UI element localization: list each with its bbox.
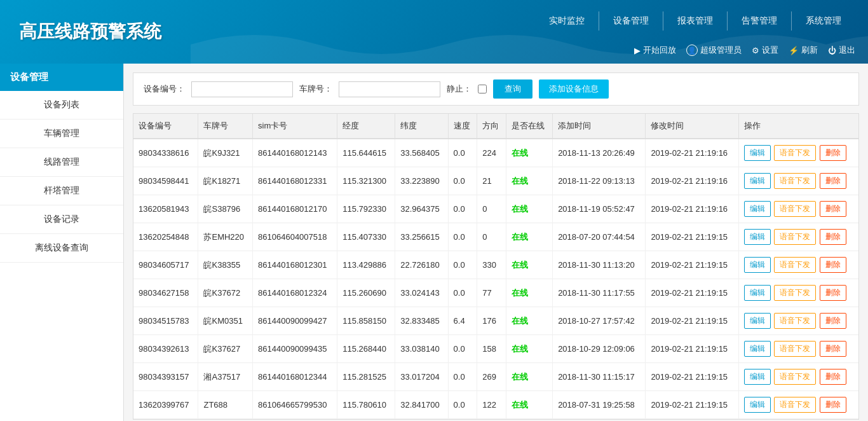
- cell-add-time: 2018-11-30 11:13:20: [553, 251, 646, 279]
- cell-device-no: 98034515783: [133, 307, 198, 335]
- col-lng: 经度: [337, 114, 395, 139]
- delete-button[interactable]: 删除: [820, 145, 846, 161]
- cell-device-no: 98034627158: [133, 279, 198, 307]
- edit-button[interactable]: 编辑: [744, 201, 771, 217]
- silent-checkbox[interactable]: [478, 85, 487, 93]
- cell-lng: 115.858150: [337, 307, 395, 335]
- cell-online: 在线: [506, 139, 552, 167]
- edit-button[interactable]: 编辑: [744, 341, 771, 357]
- table-row: 13620581943 皖S38796 861440168012170 115.…: [133, 195, 858, 223]
- nav-report-management[interactable]: 报表管理: [663, 11, 728, 31]
- cell-device-no: 13620581943: [133, 195, 198, 223]
- edit-button[interactable]: 编辑: [744, 229, 771, 245]
- cell-direction: 0: [477, 195, 506, 223]
- sidebar-header: 设备管理: [0, 64, 123, 91]
- cell-add-time: 2018-10-29 12:09:06: [553, 335, 646, 363]
- edit-button[interactable]: 编辑: [744, 173, 771, 189]
- edit-button[interactable]: 编辑: [744, 313, 771, 329]
- sidebar-item-tower-management[interactable]: 杆塔管理: [0, 177, 123, 205]
- sidebar-item-device-record[interactable]: 设备记录: [0, 205, 123, 234]
- delete-button[interactable]: 删除: [820, 369, 846, 385]
- col-device-no: 设备编号: [133, 114, 198, 139]
- cell-mod-time: 2019-02-21 21:19:15: [646, 307, 738, 335]
- col-sim: sim卡号: [253, 114, 337, 139]
- cell-device-no: 98034605717: [133, 251, 198, 279]
- cell-actions: 编辑 语音下发 删除: [738, 167, 858, 195]
- toolbar-logout[interactable]: ⏻ 退出: [828, 45, 855, 56]
- voice-button[interactable]: 语音下发: [774, 397, 816, 413]
- nav-system-management[interactable]: 系统管理: [792, 11, 855, 31]
- cell-speed: 6.4: [448, 307, 477, 335]
- cell-lat: 32.964375: [395, 195, 448, 223]
- voice-button[interactable]: 语音下发: [774, 201, 816, 217]
- table-row: 98034515783 皖KM0351 861440090099427 115.…: [133, 307, 858, 335]
- delete-button[interactable]: 删除: [820, 173, 846, 189]
- voice-button[interactable]: 语音下发: [774, 229, 816, 245]
- toolbar-playback[interactable]: ▶ 开始回放: [634, 45, 676, 56]
- query-button[interactable]: 查询: [493, 79, 532, 99]
- toolbar-settings[interactable]: ⚙ 设置: [752, 45, 778, 56]
- cell-direction: 77: [477, 279, 506, 307]
- cell-plate: 皖S38796: [198, 195, 253, 223]
- delete-button[interactable]: 删除: [820, 285, 846, 301]
- delete-button[interactable]: 删除: [820, 229, 846, 245]
- cell-device-no: 13620399767: [133, 391, 198, 419]
- voice-button[interactable]: 语音下发: [774, 341, 816, 357]
- device-no-input[interactable]: [191, 81, 293, 97]
- cell-speed: 0.0: [448, 335, 477, 363]
- col-direction: 方向: [477, 114, 506, 139]
- cell-speed: 0.0: [448, 279, 477, 307]
- cell-direction: 224: [477, 139, 506, 167]
- voice-button[interactable]: 语音下发: [774, 313, 816, 329]
- sidebar-item-device-list[interactable]: 设备列表: [0, 91, 123, 120]
- edit-button[interactable]: 编辑: [744, 397, 771, 413]
- cell-online: 在线: [506, 391, 552, 419]
- cell-add-time: 2018-07-31 19:25:58: [553, 391, 646, 419]
- edit-button[interactable]: 编辑: [744, 369, 771, 385]
- cell-lat: 33.017204: [395, 363, 448, 391]
- sidebar-item-vehicle-management[interactable]: 车辆管理: [0, 120, 123, 148]
- cell-online: 在线: [506, 195, 552, 223]
- delete-button[interactable]: 删除: [820, 257, 846, 273]
- table-row: 13620254848 苏EMH220 861064604007518 115.…: [133, 223, 858, 251]
- table-row: 13620399767 ZT688 861064665799530 115.78…: [133, 391, 858, 419]
- nav-alert-management[interactable]: 告警管理: [728, 11, 792, 31]
- play-icon: ▶: [634, 46, 641, 55]
- toolbar-refresh[interactable]: ⚡ 刷新: [789, 45, 818, 56]
- cell-add-time: 2018-11-30 11:17:55: [553, 279, 646, 307]
- cell-sim: 861440168012344: [253, 363, 337, 391]
- nav-device-management[interactable]: 设备管理: [599, 11, 663, 31]
- delete-button[interactable]: 删除: [820, 397, 846, 413]
- sidebar-item-route-management[interactable]: 线路管理: [0, 148, 123, 177]
- delete-button[interactable]: 删除: [820, 313, 846, 329]
- cell-online: 在线: [506, 251, 552, 279]
- cell-actions: 编辑 语音下发 删除: [738, 251, 858, 279]
- user-icon: 👤: [686, 45, 698, 56]
- device-table-container: 设备编号 车牌号 sim卡号 经度 纬度 速度 方向 是否在线 添加时间 修改时…: [133, 113, 859, 420]
- cell-direction: 0: [477, 223, 506, 251]
- main-layout: 设备管理 设备列表 车辆管理 线路管理 杆塔管理 设备记录 离线设备查询 设备编…: [0, 64, 868, 421]
- toolbar-user[interactable]: 👤 超级管理员: [686, 45, 742, 56]
- voice-button[interactable]: 语音下发: [774, 145, 816, 161]
- table-row: 98034393157 湘A37517 861440168012344 115.…: [133, 363, 858, 391]
- voice-button[interactable]: 语音下发: [774, 257, 816, 273]
- edit-button[interactable]: 编辑: [744, 285, 771, 301]
- cell-device-no: 98034338616: [133, 139, 198, 167]
- nav-realtime-monitor[interactable]: 实时监控: [535, 11, 599, 31]
- sidebar-item-offline-query[interactable]: 离线设备查询: [0, 234, 123, 263]
- edit-button[interactable]: 编辑: [744, 257, 771, 273]
- add-device-button[interactable]: 添加设备信息: [539, 79, 609, 99]
- device-no-label: 设备编号：: [144, 83, 185, 95]
- content-area: 设备编号： 车牌号： 静止： 查询 添加设备信息 设备编号 车牌号 sim卡号 …: [124, 64, 868, 421]
- col-plate: 车牌号: [198, 114, 253, 139]
- cell-device-no: 13620254848: [133, 223, 198, 251]
- delete-button[interactable]: 删除: [820, 201, 846, 217]
- delete-button[interactable]: 删除: [820, 341, 846, 357]
- edit-button[interactable]: 编辑: [744, 145, 771, 161]
- voice-button[interactable]: 语音下发: [774, 285, 816, 301]
- voice-button[interactable]: 语音下发: [774, 369, 816, 385]
- voice-button[interactable]: 语音下发: [774, 173, 816, 189]
- plate-no-input[interactable]: [339, 81, 440, 97]
- cell-plate: 皖KM0351: [198, 307, 253, 335]
- cell-direction: 269: [477, 363, 506, 391]
